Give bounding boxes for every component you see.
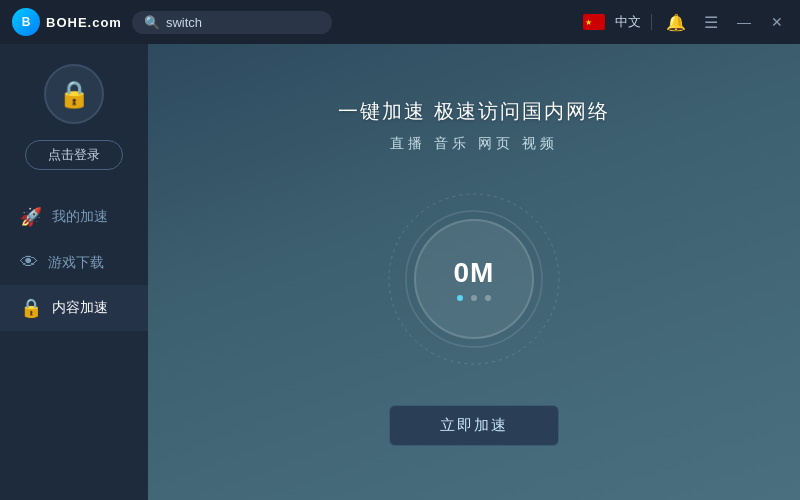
dot-3 <box>485 295 491 301</box>
login-button[interactable]: 点击登录 <box>25 140 123 170</box>
speed-value: 0M <box>454 257 495 289</box>
sidebar: 🔒 点击登录 🚀 我的加速 👁 游戏下载 🔒 内容加速 <box>0 44 148 500</box>
close-button[interactable]: ✕ <box>766 12 788 32</box>
accelerate-button[interactable]: 立即加速 <box>389 405 559 446</box>
title-bar-right: 中文 🔔 ☰ — ✕ <box>583 11 788 34</box>
menu-icon[interactable]: ☰ <box>700 11 722 34</box>
logo: B BOHE.com <box>12 8 122 36</box>
my-accel-label: 我的加速 <box>52 208 108 226</box>
logo-text: BOHE.com <box>46 15 122 30</box>
game-dl-icon: 👁 <box>20 252 38 273</box>
divider <box>651 14 652 30</box>
my-accel-icon: 🚀 <box>20 206 42 228</box>
sidebar-item-game-dl[interactable]: 👁 游戏下载 <box>0 240 148 285</box>
content-accel-label: 内容加速 <box>52 299 108 317</box>
search-bar[interactable]: 🔍 <box>132 11 332 34</box>
sidebar-item-my-accel[interactable]: 🚀 我的加速 <box>0 194 148 240</box>
lang-text[interactable]: 中文 <box>615 13 641 31</box>
tagline: 一键加速 极速访问国内网络 <box>338 98 610 125</box>
title-bar: B BOHE.com 🔍 中文 🔔 ☰ — ✕ <box>0 0 800 44</box>
search-input[interactable] <box>166 15 306 30</box>
dot-2 <box>471 295 477 301</box>
dot-1 <box>457 295 463 301</box>
flag-icon <box>583 14 605 30</box>
subtitle: 直播 音乐 网页 视频 <box>390 135 558 153</box>
minimize-button[interactable]: — <box>732 12 756 32</box>
avatar: 🔒 <box>44 64 104 124</box>
logo-icon: B <box>12 8 40 36</box>
game-dl-label: 游戏下载 <box>48 254 104 272</box>
speed-dots <box>457 295 491 301</box>
main-layout: 🔒 点击登录 🚀 我的加速 👁 游戏下载 🔒 内容加速 一键加速 极速访问国内网… <box>0 44 800 500</box>
avatar-icon: 🔒 <box>58 79 90 110</box>
content-accel-icon: 🔒 <box>20 297 42 319</box>
speed-ring: 0M <box>384 189 564 369</box>
speed-display: 0M <box>414 219 534 339</box>
content-area: 一键加速 极速访问国内网络 直播 音乐 网页 视频 0M 立即加速 <box>148 44 800 500</box>
search-icon: 🔍 <box>144 15 160 30</box>
bell-icon[interactable]: 🔔 <box>662 11 690 34</box>
sidebar-item-content-accel[interactable]: 🔒 内容加速 <box>0 285 148 331</box>
